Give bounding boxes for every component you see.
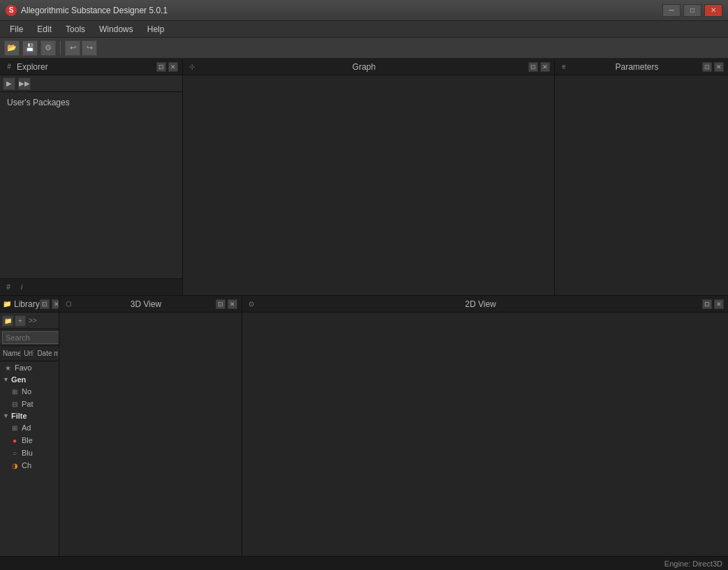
toolbar-open-button[interactable]: 📂 — [4, 40, 20, 56]
view3d-icon: ⬡ — [64, 299, 73, 309]
favorites-icon: ★ — [3, 363, 13, 373]
graph-panel-controls: ⊡ ✕ — [528, 62, 550, 72]
adjust-icon: ⊞ — [10, 423, 20, 433]
view3d-panel-title: 3D View — [76, 299, 216, 309]
parameters-panel-header: ≡ Parameters ⊡ ✕ — [555, 59, 728, 75]
top-row: # Explorer ⊡ ✕ ▶ ▶▶ User's Packages # i — [0, 59, 728, 296]
favorites-label: Favo — [15, 363, 31, 372]
window-controls: ─ □ ✕ — [662, 4, 722, 17]
channel-label: Ch — [22, 461, 31, 470]
app-icon: S — [6, 5, 17, 16]
bottom-row: 📁 Library ⊡ ✕ 📁 + >> >> Name Url Date m — [0, 296, 728, 556]
nodes-icon: ⊞ — [10, 387, 20, 396]
channel-icon: ◑ — [10, 460, 20, 470]
parameters-panel-title: Parameters — [572, 62, 702, 72]
app-title: Allegorithmic Substance Designer 5.0.1 — [21, 6, 662, 15]
library-add-btn[interactable]: + — [15, 315, 26, 327]
library-panel: 📁 Library ⊡ ✕ 📁 + >> >> Name Url Date m — [0, 296, 59, 556]
patterns-label: Pat — [22, 400, 34, 408]
parameters-panel-controls: ⊡ ✕ — [702, 62, 724, 72]
explorer-close-button[interactable]: ✕ — [168, 62, 178, 72]
blend-icon: ● — [10, 435, 20, 445]
maximize-button[interactable]: □ — [683, 4, 701, 17]
toolbar-settings-button[interactable]: ⚙ — [40, 40, 56, 56]
view2d-panel-controls: ⊡ ✕ — [702, 299, 724, 309]
view2d-panel-title: 2D View — [259, 299, 702, 309]
view3d-panel: ⬡ 3D View ⊡ ✕ — [59, 296, 242, 556]
parameters-panel: ≡ Parameters ⊡ ✕ — [555, 59, 728, 295]
redo-button[interactable]: ↪ — [82, 40, 97, 56]
menu-tools[interactable]: Tools — [59, 23, 92, 36]
explorer-panel-icon: # — [4, 62, 14, 72]
filters-label: Filte — [11, 412, 27, 420]
explorer-toolbar: ▶ ▶▶ — [0, 75, 182, 92]
library-panel-header: 📁 Library ⊡ ✕ — [0, 296, 59, 313]
blur-icon: ○ — [10, 448, 20, 458]
library-search-input[interactable] — [2, 331, 59, 344]
library-adjust-item[interactable]: ⊞ Ad — [0, 421, 59, 434]
graph-close-button[interactable]: ✕ — [540, 62, 550, 72]
explorer-content: User's Packages — [0, 92, 182, 278]
library-undock-button[interactable]: ⊡ — [40, 299, 50, 309]
library-tabs: Name Url Date m — [0, 346, 59, 361]
parameters-content — [555, 75, 728, 295]
explorer-bottom-toolbar: # i — [0, 278, 182, 295]
general-label: Gen — [11, 375, 26, 384]
parameters-undock-button[interactable]: ⊡ — [702, 62, 712, 72]
graph-panel-icon: ⊹ — [187, 62, 197, 72]
library-patterns-item[interactable]: ⊟ Pat — [0, 398, 59, 410]
view2d-content — [242, 313, 728, 556]
menu-bar: File Edit Tools Windows Help — [0, 21, 728, 38]
explorer-panel-controls: ⊡ ✕ — [156, 62, 178, 72]
blur-label: Blu — [22, 449, 33, 457]
graph-panel-title: Graph — [200, 62, 528, 72]
view3d-close-button[interactable]: ✕ — [228, 299, 237, 309]
view3d-panel-controls: ⊡ ✕ — [216, 299, 237, 309]
patterns-icon: ⊟ — [10, 399, 20, 409]
library-close-button[interactable]: ✕ — [52, 299, 59, 309]
menu-edit[interactable]: Edit — [30, 23, 59, 36]
undo-button[interactable]: ↩ — [65, 40, 80, 56]
explorer-toolbar-btn1[interactable]: ▶ — [3, 77, 15, 90]
library-general-category[interactable]: ▼ Gen — [0, 374, 59, 385]
library-blend-item[interactable]: ● Ble — [0, 434, 59, 447]
explorer-toolbar-btn2[interactable]: ▶▶ — [18, 77, 31, 90]
toolbar: 📂 💾 ⚙ ↩ ↪ — [0, 38, 728, 59]
adjust-label: Ad — [22, 423, 31, 432]
explorer-undock-button[interactable]: ⊡ — [156, 62, 166, 72]
general-expand-icon: ▼ — [3, 376, 9, 383]
parameters-close-button[interactable]: ✕ — [714, 62, 724, 72]
view2d-undock-button[interactable]: ⊡ — [702, 299, 712, 309]
menu-file[interactable]: File — [3, 23, 30, 36]
engine-status: Engine: Direct3D — [664, 560, 722, 568]
view3d-content — [59, 313, 242, 556]
library-tab-name[interactable]: Name — [0, 348, 21, 359]
explorer-bottom-icon1: # — [3, 282, 14, 293]
library-blur-item[interactable]: ○ Blu — [0, 447, 59, 459]
library-more-btn[interactable]: >> — [27, 317, 38, 324]
view3d-panel-header: ⬡ 3D View ⊡ ✕ — [59, 296, 242, 313]
menu-windows[interactable]: Windows — [92, 23, 140, 36]
library-tab-date[interactable]: Date m — [34, 348, 59, 359]
toolbar-separator — [60, 41, 61, 55]
close-button[interactable]: ✕ — [704, 4, 722, 17]
toolbar-save-button[interactable]: 💾 — [22, 40, 38, 56]
view3d-undock-button[interactable]: ⊡ — [216, 299, 225, 309]
graph-undock-button[interactable]: ⊡ — [528, 62, 538, 72]
nodes-label: No — [22, 387, 31, 396]
main-content: # Explorer ⊡ ✕ ▶ ▶▶ User's Packages # i — [0, 59, 728, 556]
view2d-close-button[interactable]: ✕ — [714, 299, 724, 309]
minimize-button[interactable]: ─ — [662, 4, 681, 17]
library-nodes-item[interactable]: ⊞ No — [0, 385, 59, 398]
library-tab-url[interactable]: Url — [21, 348, 34, 359]
library-folder-btn[interactable]: 📁 — [2, 315, 13, 327]
view2d-panel-header: ⊙ 2D View ⊡ ✕ — [242, 296, 728, 313]
library-filters-category[interactable]: ▼ Filte — [0, 410, 59, 421]
view2d-icon: ⊙ — [246, 299, 256, 309]
library-channel-item[interactable]: ◑ Ch — [0, 459, 59, 472]
library-search-row: >> — [0, 329, 59, 346]
menu-help[interactable]: Help — [140, 23, 172, 36]
graph-content — [183, 75, 554, 295]
filters-expand-icon: ▼ — [3, 412, 9, 419]
library-favorites[interactable]: ★ Favo — [0, 361, 59, 374]
